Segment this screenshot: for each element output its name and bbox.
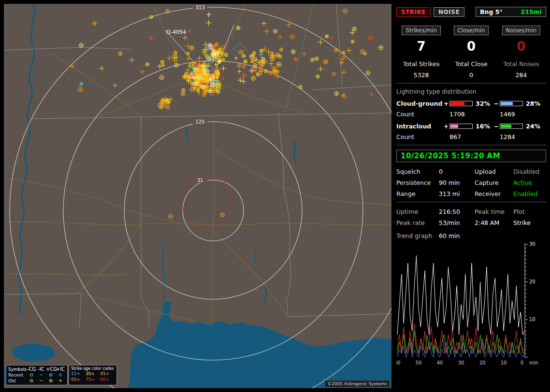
trend-graph-label: Trend graph <box>396 232 439 239</box>
legend-col-header: +IC <box>56 366 65 372</box>
legend-symbol-icon: − <box>36 378 46 384</box>
svg-text:Q-4054 4: Q-4054 4 <box>166 28 191 35</box>
legend-symbol-icon: ⊕ <box>46 372 56 378</box>
stats-grid: Uptime 216:50 Peak time Plot Peak rate 5… <box>396 208 546 226</box>
distribution-pct: 28% <box>524 100 543 107</box>
plot-label: Plot <box>513 208 546 215</box>
neg-count: 1469 <box>500 111 543 118</box>
total-label: Total Noises <box>496 60 546 68</box>
distribution-name: Intracloud <box>396 123 443 130</box>
trend-header: Trend graph 60 min <box>396 232 546 239</box>
bar-fill <box>501 125 511 128</box>
count-row: Count8671284 <box>396 133 546 140</box>
legend-symbol-icon: ⊖ <box>27 378 36 384</box>
divider <box>396 202 546 202</box>
legend-col-header: -IC <box>36 366 46 372</box>
pos-count: 1708 <box>449 111 493 118</box>
uptime-label: Uptime <box>396 208 439 215</box>
status-value: 313 mi <box>439 190 475 197</box>
age-code: 15+ <box>71 371 86 377</box>
distribution-rows: Cloud-ground+32%−28%Count17081469Intracl… <box>396 100 546 140</box>
age-legend: Strike age color codes 15+30+45+60+75+90… <box>69 365 117 385</box>
lightning-map[interactable]: 31125313 Q-4054 4411 3 Symbols-CG-IC+CG+… <box>4 4 391 388</box>
rate-header-chip: Close/min <box>454 26 489 35</box>
age-code: 60+ <box>71 377 86 382</box>
svg-text:min: min <box>529 360 538 365</box>
distribution-pct: 32% <box>474 100 493 107</box>
noise-button[interactable]: NOISE <box>434 7 464 17</box>
map-canvas: 31125313 Q-4054 4411 3 <box>4 4 391 388</box>
peak-time-value: 2:48 AM <box>475 219 513 226</box>
rate-columns: Strikes/min7Total Strikes5328Close/min0T… <box>396 26 546 79</box>
age-code: 30+ <box>86 371 100 377</box>
count-label: Count <box>396 111 443 118</box>
spacer <box>493 111 500 118</box>
bar-fill <box>501 102 513 105</box>
status-state: Active <box>513 179 546 186</box>
total-value: 0 <box>446 71 496 79</box>
svg-text:30: 30 <box>458 360 464 365</box>
age-legend-title: Strike age color codes <box>71 366 115 371</box>
status-label: Upload <box>475 168 513 175</box>
svg-text:20: 20 <box>529 279 536 284</box>
legend-symbol-icon: − <box>36 372 46 378</box>
status-value: 90 min <box>439 179 475 186</box>
age-code: 45+ <box>100 371 115 377</box>
spacer <box>443 133 449 140</box>
distribution-pct: 16% <box>474 123 493 130</box>
legend-col-header: +CG <box>46 366 56 372</box>
bearing-label: Bng 5° <box>480 8 503 15</box>
status-label: Squelch <box>396 168 439 175</box>
legend-symbol-icon: + <box>56 372 65 378</box>
svg-text:125: 125 <box>195 119 204 125</box>
symbols-legend: Symbols-CG-IC+CG+ICRecent⊖−⊕+Old⊖−⊕+ <box>6 365 68 385</box>
svg-text:50: 50 <box>416 360 422 365</box>
status-value: 0 <box>439 168 475 175</box>
trend-graph: 3020106050403020100min <box>396 241 545 370</box>
svg-text:40: 40 <box>437 360 443 365</box>
datetime-display: 10/26/2025 5:19:20 AM <box>396 150 546 162</box>
distribution-bar <box>500 124 523 129</box>
strike-button[interactable]: STRIKE <box>396 7 431 17</box>
neg-count: 1284 <box>500 133 543 140</box>
pos-count: 867 <box>449 133 493 140</box>
svg-text:60: 60 <box>396 360 400 365</box>
total-value: 5328 <box>396 71 446 79</box>
polarity-sign: + <box>443 123 449 130</box>
svg-text:411 3: 411 3 <box>209 75 224 83</box>
legend-symbol-icon: ⊕ <box>46 378 56 384</box>
total-label: Total Strikes <box>396 60 446 68</box>
peak-rate-label: Peak rate <box>396 219 439 226</box>
distribution-row: Cloud-ground+32%−28% <box>396 100 546 107</box>
peak-rate-value: 53/min <box>439 219 475 226</box>
polarity-sign: + <box>443 100 449 107</box>
svg-text:31: 31 <box>197 178 203 183</box>
legend-symbols-title: Symbols <box>8 366 27 372</box>
status-label: Persistence <box>396 179 439 186</box>
status-label: Receiver <box>475 190 513 197</box>
distribution-bar <box>449 124 473 129</box>
svg-text:10: 10 <box>501 360 507 365</box>
status-state: Disabled <box>513 168 546 175</box>
status-label: Capture <box>475 179 513 186</box>
count-label: Count <box>396 133 443 140</box>
peak-time-label: Peak time <box>475 208 513 215</box>
bearing-range-box[interactable]: Bng 5° 215mi <box>476 7 546 17</box>
legend-symbol-icon: ⊖ <box>27 372 36 378</box>
polarity-sign: − <box>493 123 500 130</box>
divider <box>396 145 546 145</box>
distribution-row: Intracloud+16%−24% <box>396 123 546 130</box>
range-label: 215mi <box>521 8 542 15</box>
rate-column: Close/min0Total Close0 <box>446 26 496 79</box>
svg-text:20: 20 <box>479 360 486 365</box>
distribution-name: Cloud-ground <box>396 100 443 107</box>
spacer <box>493 133 500 140</box>
polarity-sign: − <box>493 100 500 107</box>
legend-symbol-icon: + <box>56 378 65 384</box>
status-grid: Squelch0UploadDisabledPersistence90 minC… <box>396 168 546 197</box>
total-label: Total Close <box>446 60 496 68</box>
uptime-value: 216:50 <box>439 208 475 215</box>
distribution-title: Lightning type distribution <box>396 88 546 95</box>
mode-row: STRIKENOISE Bng 5° 215mi <box>396 7 546 17</box>
legend-row-label: Recent <box>8 372 27 378</box>
